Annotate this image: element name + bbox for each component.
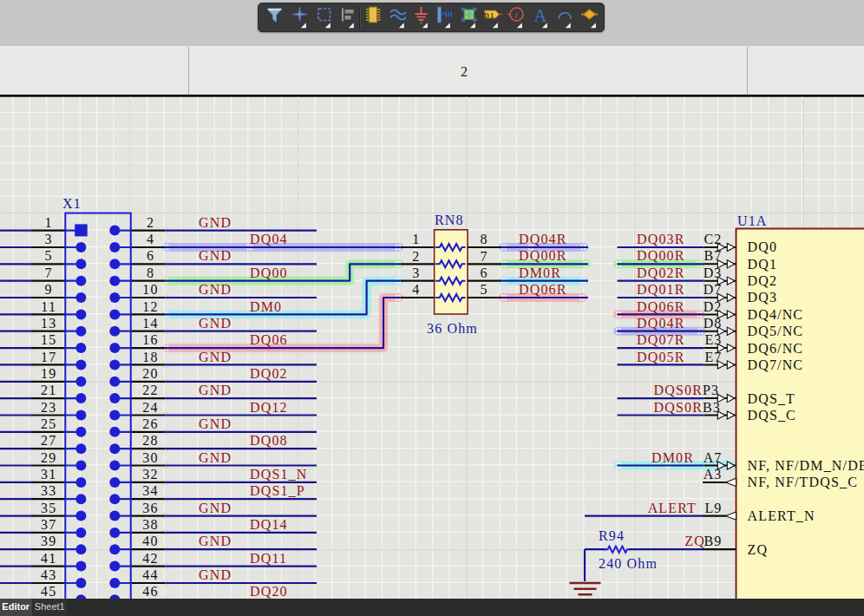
- svg-text:DM0: DM0: [250, 299, 282, 314]
- svg-text:29: 29: [41, 450, 56, 465]
- svg-text:DQ06R: DQ06R: [637, 299, 685, 314]
- svg-text:GND: GND: [199, 416, 232, 431]
- svg-text:27: 27: [41, 433, 56, 448]
- svg-text:17: 17: [41, 350, 56, 364]
- svg-text:22: 22: [142, 383, 158, 397]
- svg-text:GND: GND: [199, 248, 232, 263]
- svg-text:15: 15: [41, 332, 56, 347]
- svg-text:8: 8: [481, 232, 488, 246]
- svg-text:30: 30: [142, 450, 158, 465]
- svg-text:45: 45: [41, 584, 56, 599]
- svg-text:38: 38: [142, 517, 158, 532]
- svg-text:DQ02R: DQ02R: [637, 265, 685, 280]
- svg-text:9: 9: [45, 282, 53, 297]
- svg-text:7: 7: [45, 265, 53, 280]
- svg-text:20: 20: [142, 366, 158, 381]
- svg-text:GND: GND: [199, 383, 232, 397]
- svg-text:7: 7: [481, 249, 488, 264]
- svg-text:L9: L9: [704, 501, 722, 515]
- svg-text:DQS0R: DQS0R: [654, 400, 703, 415]
- svg-text:3: 3: [45, 232, 53, 246]
- svg-text:6: 6: [481, 265, 488, 280]
- svg-text:GND: GND: [199, 282, 232, 297]
- svg-text:11: 11: [41, 299, 56, 314]
- svg-text:2: 2: [147, 215, 154, 230]
- svg-text:32: 32: [142, 467, 158, 482]
- svg-text:GND: GND: [199, 501, 232, 515]
- svg-text:24: 24: [142, 400, 158, 415]
- svg-text:GND: GND: [199, 534, 232, 548]
- svg-text:GND: GND: [199, 316, 232, 331]
- svg-text:DQ00: DQ00: [250, 265, 288, 280]
- svg-text:42: 42: [142, 551, 158, 566]
- svg-text:RN8: RN8: [435, 213, 464, 227]
- svg-text:16: 16: [142, 332, 158, 347]
- svg-text:DQ04R: DQ04R: [637, 316, 685, 331]
- svg-text:B3: B3: [703, 400, 721, 415]
- svg-text:DQ12: DQ12: [250, 400, 288, 415]
- svg-text:DQS_T: DQS_T: [748, 391, 796, 406]
- svg-text:DQ14: DQ14: [250, 517, 288, 532]
- svg-text:DQ0: DQ0: [748, 239, 778, 254]
- svg-text:12: 12: [142, 299, 158, 314]
- svg-text:41: 41: [41, 551, 56, 566]
- svg-text:2: 2: [412, 249, 420, 264]
- svg-text:ALERT_N: ALERT_N: [748, 508, 815, 523]
- svg-text:DQS1_P: DQS1_P: [250, 483, 305, 498]
- svg-text:3: 3: [412, 265, 420, 280]
- svg-text:36 Ohm: 36 Ohm: [427, 321, 478, 336]
- svg-text:36: 36: [142, 501, 158, 515]
- svg-text:33: 33: [41, 483, 56, 498]
- svg-text:19: 19: [41, 366, 56, 381]
- svg-text:ALERT: ALERT: [648, 501, 697, 515]
- svg-text:4: 4: [147, 232, 154, 246]
- svg-text:DQ7/NC: DQ7/NC: [748, 357, 804, 372]
- svg-text:10: 10: [142, 282, 158, 297]
- svg-text:DQ02: DQ02: [250, 366, 288, 381]
- svg-text:26: 26: [142, 416, 158, 431]
- svg-text:A7: A7: [704, 450, 723, 465]
- svg-text:DQ4/NC: DQ4/NC: [748, 307, 804, 322]
- svg-text:DQS1_N: DQS1_N: [250, 467, 307, 482]
- svg-text:4: 4: [412, 282, 420, 297]
- svg-text:U1A: U1A: [737, 213, 768, 228]
- svg-text:D2: D2: [704, 299, 723, 314]
- svg-text:DQ6/NC: DQ6/NC: [748, 341, 804, 356]
- svg-text:DM0R: DM0R: [651, 450, 694, 465]
- svg-text:ZQ: ZQ: [684, 534, 705, 548]
- svg-text:DQ06R: DQ06R: [519, 282, 567, 297]
- svg-text:5: 5: [45, 248, 53, 263]
- svg-text:31: 31: [41, 467, 56, 482]
- svg-text:37: 37: [41, 517, 56, 532]
- svg-text:35: 35: [41, 501, 56, 515]
- svg-text:DQS_C: DQS_C: [748, 408, 796, 423]
- svg-text:40: 40: [142, 534, 158, 548]
- svg-text:DQ00R: DQ00R: [519, 248, 567, 263]
- svg-text:240 Ohm: 240 Ohm: [599, 556, 658, 571]
- svg-text:DQ04R: DQ04R: [519, 232, 567, 246]
- svg-text:DQ07R: DQ07R: [637, 332, 685, 347]
- svg-text:14: 14: [142, 316, 158, 331]
- svg-text:GND: GND: [199, 567, 232, 582]
- svg-text:39: 39: [41, 534, 56, 548]
- svg-text:DQ00R: DQ00R: [637, 248, 685, 263]
- svg-text:DQ04: DQ04: [250, 232, 288, 246]
- svg-text:DQ1: DQ1: [748, 257, 778, 272]
- svg-text:D8: D8: [704, 316, 723, 331]
- svg-text:DQS0R: DQS0R: [654, 383, 703, 397]
- svg-text:46: 46: [142, 584, 158, 599]
- svg-text:34: 34: [142, 483, 158, 498]
- svg-text:43: 43: [41, 567, 56, 582]
- svg-text:D7: D7: [704, 282, 723, 297]
- svg-text:6: 6: [147, 248, 154, 263]
- svg-text:8: 8: [147, 265, 154, 280]
- svg-text:DQ2: DQ2: [748, 273, 778, 288]
- svg-text:23: 23: [41, 400, 56, 415]
- svg-text:DQ06: DQ06: [250, 332, 288, 347]
- svg-text:A3: A3: [704, 467, 723, 482]
- svg-text:C2: C2: [704, 232, 723, 246]
- svg-text:44: 44: [142, 567, 158, 582]
- svg-text:DQ01R: DQ01R: [637, 282, 685, 297]
- svg-text:25: 25: [41, 416, 56, 431]
- svg-text:NF, NF/DM_N/DBI_N: NF, NF/DM_N/DBI_N: [748, 458, 864, 473]
